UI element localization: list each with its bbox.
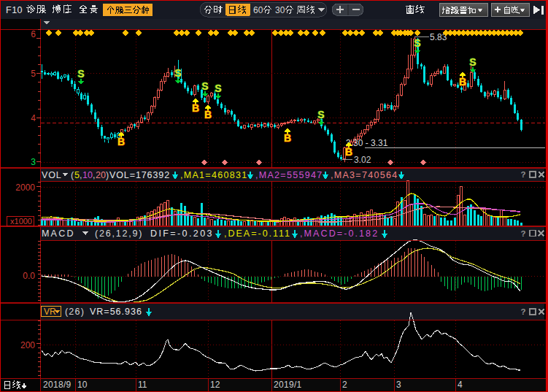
svg-text:x1000: x1000 <box>10 217 32 226</box>
svg-text:S: S <box>317 109 324 120</box>
svg-text:B: B <box>284 132 291 144</box>
svg-text:2019/1: 2019/1 <box>274 380 302 390</box>
svg-text:): ) <box>106 170 109 180</box>
svg-text:0.0: 0.0 <box>23 271 35 281</box>
svg-text:3: 3 <box>396 380 401 390</box>
svg-text:,DEA=-0.111: ,DEA=-0.111 <box>224 228 291 239</box>
svg-text:?: ? <box>520 170 525 179</box>
svg-text:30: 30 <box>275 5 285 15</box>
svg-text:S: S <box>215 82 221 94</box>
svg-text:,: , <box>80 170 82 180</box>
svg-text:F10: F10 <box>6 5 23 15</box>
svg-text:11: 11 <box>138 380 147 390</box>
svg-text:5: 5 <box>31 69 36 79</box>
svg-text:VOL=176392: VOL=176392 <box>109 170 170 180</box>
svg-text:S: S <box>77 68 84 80</box>
svg-text:,MACD=-0.182: ,MACD=-0.182 <box>300 228 379 239</box>
svg-text:?: ? <box>520 307 525 316</box>
svg-text:VR: VR <box>44 307 56 317</box>
svg-text:B: B <box>117 136 125 147</box>
svg-text:VR=56.936: VR=56.936 <box>90 307 142 317</box>
svg-text:2018/9: 2018/9 <box>43 380 72 390</box>
svg-text:10: 10 <box>77 380 88 390</box>
svg-text:DIF=-0.203: DIF=-0.203 <box>150 228 214 239</box>
svg-text:3: 3 <box>31 157 36 167</box>
svg-text:3.02: 3.02 <box>354 155 371 165</box>
svg-text:S: S <box>174 67 181 79</box>
svg-text:2: 2 <box>342 380 347 390</box>
svg-text:4: 4 <box>31 113 36 123</box>
svg-text:?: ? <box>520 229 525 238</box>
svg-text:2000: 2000 <box>15 182 35 193</box>
svg-text:S: S <box>201 80 208 92</box>
svg-text:(26,12,9): (26,12,9) <box>95 228 143 239</box>
svg-text:,: , <box>93 170 95 180</box>
svg-text:4: 4 <box>458 380 463 390</box>
svg-text:60: 60 <box>253 5 263 15</box>
svg-text:S: S <box>414 37 420 49</box>
svg-text:B: B <box>459 76 466 88</box>
svg-text:B: B <box>192 102 199 114</box>
svg-text:(26): (26) <box>65 307 85 317</box>
svg-text:MACD: MACD <box>42 228 75 239</box>
svg-text:B: B <box>345 146 352 158</box>
svg-text:,MA3=740564: ,MA3=740564 <box>331 170 398 180</box>
svg-text:,MA2=555947: ,MA2=555947 <box>255 170 323 180</box>
svg-text:B: B <box>204 109 212 120</box>
svg-text:10: 10 <box>82 170 93 180</box>
svg-text:VOL: VOL <box>42 170 61 180</box>
svg-text:6: 6 <box>31 29 36 39</box>
svg-text:,MA1=460831: ,MA1=460831 <box>180 170 248 180</box>
svg-text:20: 20 <box>96 170 106 180</box>
svg-text:200: 200 <box>20 340 35 350</box>
svg-text:5: 5 <box>74 170 80 180</box>
svg-text:S: S <box>469 56 476 68</box>
svg-text:12: 12 <box>210 380 220 390</box>
